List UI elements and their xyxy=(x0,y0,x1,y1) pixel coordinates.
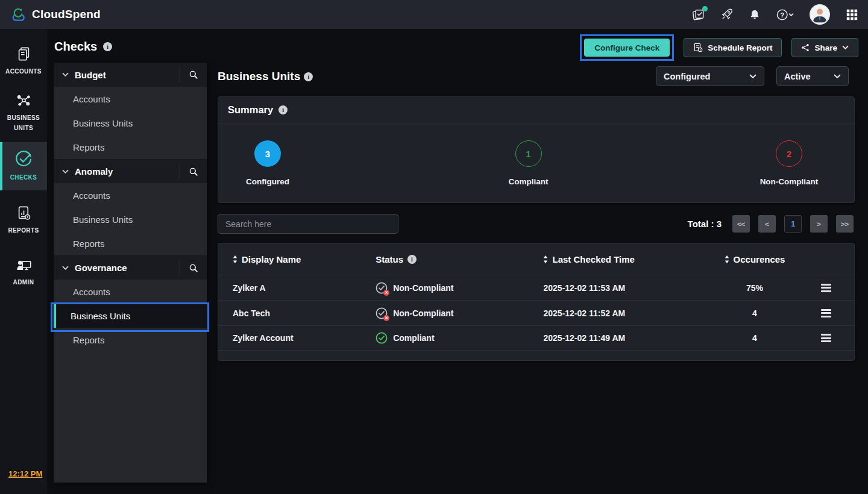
stat-non-compliant-label: Non-Compliant xyxy=(760,177,819,186)
stat-compliant: 1 Compliant xyxy=(492,140,565,186)
sidebar-label-business-units: BUSINESS UNITS xyxy=(5,113,42,133)
header-last-checked-time[interactable]: Last Checked Time xyxy=(543,254,711,264)
non-compliant-badge-icon: ✕ xyxy=(383,290,389,296)
schedule-report-icon xyxy=(693,43,703,52)
menu-item-governance-business-units[interactable]: Business Units xyxy=(54,304,207,328)
bell-icon[interactable] xyxy=(749,8,761,20)
stat-non-compliant-value: 2 xyxy=(776,140,802,167)
configure-check-button[interactable]: Configure Check xyxy=(584,39,670,57)
row-menu-icon[interactable] xyxy=(821,334,831,342)
chevron-down-icon xyxy=(834,74,841,79)
stat-configured-value: 3 xyxy=(254,140,281,167)
section-budget-label: Budget xyxy=(75,70,180,80)
anomaly-search-icon[interactable] xyxy=(180,164,207,180)
total-count: Total : 3 xyxy=(688,219,722,229)
checks-table: Display Name Status i Last Checked Time … xyxy=(218,243,855,361)
admin-icon xyxy=(16,257,32,273)
sidebar-label-accounts: ACCOUNTS xyxy=(5,66,42,77)
menu-item-anomaly-business-units[interactable]: Business Units xyxy=(54,207,207,231)
sort-icon[interactable] xyxy=(233,255,237,263)
cell-occurrences: 75% xyxy=(711,283,798,293)
share-button[interactable]: Share xyxy=(791,38,858,57)
filter-status-value: Active xyxy=(784,72,811,81)
section-anomaly[interactable]: Anomaly xyxy=(54,159,207,183)
non-compliant-badge-icon: ✕ xyxy=(383,315,389,321)
sidebar-item-admin[interactable]: ADMIN xyxy=(0,249,47,294)
pagination: Total : 3 << < 1 > >> xyxy=(688,214,854,234)
recording-timestamp: 12:12 PM xyxy=(8,469,42,478)
status-icon: ✕ xyxy=(376,282,388,294)
cell-display-name: Zylker A xyxy=(233,283,376,293)
row-menu-icon[interactable] xyxy=(821,309,831,317)
top-navbar: CloudSpend ? xyxy=(0,0,868,29)
header-display-name[interactable]: Display Name xyxy=(233,254,376,264)
budget-search-icon[interactable] xyxy=(180,67,207,83)
status-icon: ✕ xyxy=(376,307,388,319)
chevron-down-icon xyxy=(62,169,69,174)
summary-stats: 3 Configured 1 Compliant 2 Non-Compliant xyxy=(218,124,854,186)
summary-card: Summary i 3 Configured 1 Compliant 2 Non… xyxy=(218,96,855,203)
section-anomaly-label: Anomaly xyxy=(75,166,180,177)
page-title-text: Business Units xyxy=(218,70,300,83)
menu-item-governance-accounts[interactable]: Accounts xyxy=(54,280,207,304)
menu-item-governance-reports[interactable]: Reports xyxy=(54,328,207,352)
menu-item-budget-reports[interactable]: Reports xyxy=(54,135,207,159)
business-units-icon xyxy=(16,92,32,108)
chevron-down-icon xyxy=(749,74,756,79)
schedule-report-button[interactable]: Schedule Report xyxy=(684,38,782,57)
filter-status-dropdown[interactable]: Active xyxy=(776,66,849,86)
filter-type-dropdown[interactable]: Configured xyxy=(656,66,764,86)
cell-occurrences: 4 xyxy=(711,333,798,343)
share-label: Share xyxy=(814,43,837,52)
cloudspend-logo-icon xyxy=(10,7,27,22)
prev-page-button[interactable]: < xyxy=(758,215,776,233)
accounts-icon xyxy=(16,46,32,62)
summary-title: Summary xyxy=(228,104,273,116)
apps-grid-icon[interactable] xyxy=(845,8,858,21)
menu-item-anomaly-accounts[interactable]: Accounts xyxy=(54,183,207,207)
checks-menu-panel: Budget Accounts Business Units Reports A… xyxy=(54,63,207,483)
business-units-info-icon[interactable]: i xyxy=(304,72,313,81)
sidebar-item-checks[interactable]: CHECKS xyxy=(0,142,47,190)
summary-info-icon[interactable]: i xyxy=(278,105,288,114)
brand[interactable]: CloudSpend xyxy=(10,7,101,22)
status-icon: ✕ xyxy=(376,332,388,344)
summary-header: Summary i xyxy=(218,97,854,124)
cell-status: ✕ Non-Compliant xyxy=(376,282,543,294)
sidebar-item-accounts[interactable]: ACCOUNTS xyxy=(0,39,47,83)
page-title: Business Units i xyxy=(218,70,313,83)
avatar[interactable] xyxy=(810,4,830,25)
next-page-button[interactable]: > xyxy=(810,215,828,233)
first-page-button[interactable]: << xyxy=(732,215,750,233)
sidebar-item-reports[interactable]: REPORTS xyxy=(0,198,47,242)
cell-display-name: Abc Tech xyxy=(233,308,376,318)
sort-icon[interactable] xyxy=(725,255,729,263)
cell-display-name: Zylker Account xyxy=(233,333,376,343)
menu-item-budget-business-units[interactable]: Business Units xyxy=(54,111,207,135)
sidebar-label-checks: CHECKS xyxy=(5,172,42,183)
menu-item-anomaly-reports[interactable]: Reports xyxy=(54,231,207,255)
search-input[interactable] xyxy=(218,214,398,234)
row-menu-icon[interactable] xyxy=(821,284,831,292)
menu-item-budget-accounts[interactable]: Accounts xyxy=(54,87,207,111)
tasks-icon[interactable] xyxy=(691,8,705,22)
sidebar-item-business-units[interactable]: BUSINESS UNITS xyxy=(0,90,47,135)
current-page-button[interactable]: 1 xyxy=(784,215,802,233)
checks-info-icon[interactable]: i xyxy=(103,42,112,51)
help-icon[interactable]: ? xyxy=(776,8,794,22)
cell-status: ✕ Non-Compliant xyxy=(376,307,543,319)
last-page-button[interactable]: >> xyxy=(836,215,854,233)
status-info-icon[interactable]: i xyxy=(407,255,417,264)
section-governance[interactable]: Governance xyxy=(54,255,207,280)
sidebar-label-reports: REPORTS xyxy=(5,225,42,236)
header-occurrences[interactable]: Occurences xyxy=(711,254,798,264)
share-icon xyxy=(801,43,810,52)
governance-search-icon[interactable] xyxy=(180,260,207,276)
table-row: Zylker A ✕ Non-Compliant 2025-12-02 11:5… xyxy=(218,275,854,300)
panel-title-text: Checks xyxy=(54,40,97,54)
sort-icon[interactable] xyxy=(543,255,548,263)
cell-last-checked-time: 2025-12-02 11:53 AM xyxy=(543,283,711,293)
section-budget[interactable]: Budget xyxy=(54,63,207,87)
rocket-icon[interactable] xyxy=(720,8,734,21)
stat-configured: 3 Configured xyxy=(231,140,304,186)
